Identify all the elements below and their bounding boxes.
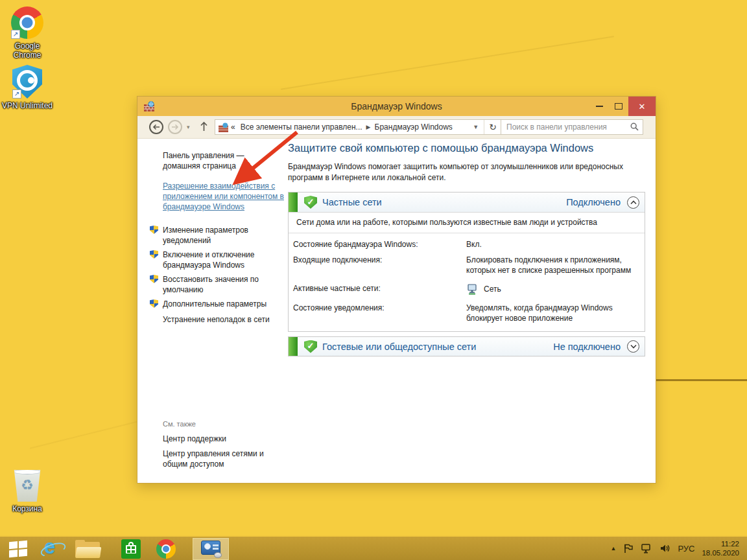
internet-explorer-icon: e <box>41 539 63 559</box>
desktop-icon-label: Корзина <box>0 504 54 513</box>
section-title: Частные сети <box>322 197 566 207</box>
uac-shield-icon <box>150 250 158 259</box>
refresh-icon[interactable]: ↻ <box>484 122 501 132</box>
detail-value: Вкл. <box>466 239 636 250</box>
collapse-section-button[interactable] <box>627 196 639 209</box>
back-button[interactable] <box>149 120 163 134</box>
detail-label: Состояние брандмауэра Windows: <box>293 239 466 250</box>
show-hidden-icons-button[interactable]: ▲ <box>610 545 616 552</box>
taskbar-item-chrome[interactable] <box>153 539 179 559</box>
clock-time: 11:22 <box>702 539 739 548</box>
section-details: Состояние брандмауэра Windows: Вкл. Вход… <box>289 233 645 330</box>
detail-label: Активные частные сети: <box>293 283 466 295</box>
up-button[interactable] <box>200 121 208 134</box>
green-shield-check-icon <box>304 340 317 353</box>
breadcrumb-separator-icon[interactable]: ▶ <box>365 124 372 130</box>
shortcut-arrow-icon: ↗ <box>12 89 21 99</box>
clock-date: 18.05.2020 <box>702 548 739 557</box>
sidebar-item-troubleshoot[interactable]: Устранение неполадок в сети <box>163 314 283 325</box>
sidebar-item-turn-on-off[interactable]: Включение и отключение брандмауэра Windo… <box>163 250 283 270</box>
connection-status: Подключено <box>566 197 621 207</box>
navigation-bar: ▾ « Все элементы панели управлен... ▶ Бр… <box>137 116 656 139</box>
maximize-button[interactable] <box>609 97 628 116</box>
section-accent-bar <box>289 192 298 212</box>
shortcut-arrow-icon: ↗ <box>11 30 20 39</box>
taskbar: e ▲ РУС <box>0 535 747 560</box>
detail-row: Активные частные сети: Сеть <box>293 283 638 295</box>
sidebar-item-home[interactable]: Панель управления — домашняя страница <box>163 150 283 171</box>
control-panel-icon <box>200 540 222 558</box>
desktop-icon-chrome[interactable]: ↗ Google Chrome <box>0 6 54 60</box>
detail-value: Блокировать подключения к приложениям, к… <box>466 255 636 275</box>
breadcrumb-current[interactable]: Брандмауэр Windows <box>372 122 455 132</box>
sidebar-link-allow-app[interactable]: Разрешение взаимодействия с приложением … <box>163 181 286 212</box>
section-title: Гостевые или общедоступные сети <box>322 342 553 352</box>
sidebar-item-support-center[interactable]: Центр поддержки <box>163 434 283 444</box>
uac-shield-icon <box>150 275 158 283</box>
desktop-icon-label: VPN Unlimited <box>0 101 54 110</box>
chevron-up-icon <box>630 200 637 205</box>
taskbar-item-internet-explorer[interactable]: e <box>39 539 65 559</box>
private-networks-header[interactable]: Частные сети Подключено <box>289 192 645 213</box>
detail-value: Уведомлять, когда брандмауэр Windows бло… <box>466 303 636 323</box>
connection-status: Не подключено <box>553 342 621 352</box>
language-indicator[interactable]: РУС <box>678 544 694 554</box>
recent-pages-dropdown[interactable]: ▾ <box>187 124 190 130</box>
detail-label: Входящие подключения: <box>293 255 466 275</box>
firewall-icon <box>144 101 154 111</box>
firewall-icon <box>219 122 228 132</box>
start-button[interactable] <box>6 539 30 559</box>
taskbar-clock[interactable]: 11:22 18.05.2020 <box>702 539 739 557</box>
windows-logo-icon <box>9 541 27 557</box>
taskbar-item-file-explorer[interactable] <box>73 539 104 559</box>
minimize-button[interactable] <box>589 97 609 116</box>
page-title: Защитите свой компьютер с помощью брандм… <box>288 142 641 154</box>
search-icon[interactable] <box>630 122 639 131</box>
system-tray: ▲ РУС 11:22 18.05.2020 <box>610 537 747 560</box>
detail-row: Входящие подключения: Блокировать подклю… <box>293 255 638 275</box>
windows-store-icon <box>121 539 141 559</box>
sidebar-item-network-center[interactable]: Центр управления сетями и общим доступом <box>163 449 279 469</box>
forward-arrow-icon <box>171 124 179 130</box>
uac-shield-icon <box>150 226 158 234</box>
detail-label: Состояние уведомления: <box>293 303 466 323</box>
green-shield-check-icon <box>304 196 317 209</box>
taskbar-item-control-panel-active[interactable] <box>193 538 229 560</box>
sidebar-item-notification-settings[interactable]: Изменение параметров уведомлений <box>163 225 283 246</box>
forward-button[interactable] <box>168 120 182 134</box>
chrome-icon <box>156 539 176 559</box>
private-networks-section: Частные сети Подключено Сети дома или на… <box>288 192 645 332</box>
breadcrumb-parent[interactable]: Все элементы панели управлен... <box>238 122 365 132</box>
action-center-flag-icon[interactable] <box>623 543 634 554</box>
sidebar-item-restore-defaults[interactable]: Восстановить значения по умолчанию <box>163 274 283 295</box>
address-dropdown-icon[interactable]: ▼ <box>468 120 484 134</box>
network-tray-icon[interactable] <box>641 543 652 554</box>
section-description: Сети дома или на работе, которыми пользу… <box>289 213 645 233</box>
desktop-icon-label: Google Chrome <box>0 41 54 60</box>
chevron-down-icon <box>630 344 637 349</box>
address-bar[interactable]: « Все элементы панели управлен... ▶ Бран… <box>215 119 502 135</box>
sidebar-item-advanced-settings[interactable]: Дополнительные параметры <box>163 299 283 309</box>
close-button[interactable]: ✕ <box>628 97 656 116</box>
detail-row: Состояние уведомления: Уведомлять, когда… <box>293 303 638 323</box>
network-name: Сеть <box>484 284 501 294</box>
breadcrumb-overflow[interactable]: « <box>228 122 238 132</box>
title-bar[interactable]: Брандмауэр Windows ✕ <box>137 97 656 116</box>
search-input[interactable] <box>501 119 643 135</box>
page-intro: Брандмауэр Windows помогает защитить ком… <box>288 161 628 183</box>
public-networks-header[interactable]: Гостевые или общедоступные сети Не подкл… <box>289 337 645 356</box>
back-arrow-icon <box>152 124 160 130</box>
desktop-icon-vpn[interactable]: ↗ VPN Unlimited <box>0 65 54 110</box>
wallpaper-crease <box>651 379 747 381</box>
recycle-symbol: ♻ <box>21 477 34 494</box>
expand-section-button[interactable] <box>627 340 639 353</box>
detail-row: Состояние брандмауэра Windows: Вкл. <box>293 239 638 250</box>
taskbar-item-windows-store[interactable] <box>118 539 144 559</box>
volume-icon[interactable] <box>659 543 670 554</box>
up-arrow-icon <box>200 121 208 132</box>
uac-shield-icon <box>150 299 158 308</box>
desktop-icon-recycle-bin[interactable]: ♻ Корзина <box>0 468 54 513</box>
recycle-bin-icon: ♻ <box>12 468 42 502</box>
section-accent-bar <box>289 337 298 356</box>
public-networks-section: Гостевые или общедоступные сети Не подкл… <box>288 336 645 356</box>
